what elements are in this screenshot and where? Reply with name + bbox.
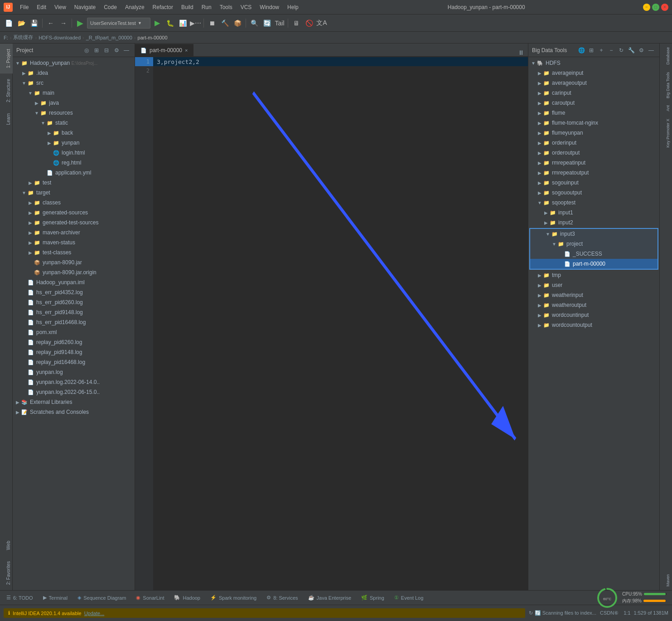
tail-button[interactable]: Tail — [274, 17, 285, 29]
panel-hide-icon[interactable]: — — [122, 46, 131, 55]
bottom-tab-services[interactable]: ⚙ 8: Services — [262, 593, 302, 602]
tree-item-log3[interactable]: 📄 hs_err_pid9148.log — [13, 307, 135, 317]
expand-arrow-icon[interactable]: ▼ — [27, 91, 34, 96]
run-button[interactable]: ▶ — [151, 17, 163, 29]
tree-item-jar2[interactable]: 📦 yunpan-8090.jar.origin — [13, 267, 135, 277]
tree-item-src[interactable]: ▼ 📁 src — [13, 78, 135, 88]
tree-item-classes[interactable]: ▶ 📁 classes — [13, 198, 135, 208]
bottom-tab-event-log[interactable]: ① Event Log — [390, 593, 428, 602]
hdfs-item-sogououtput[interactable]: ▶ 📁 sogououtput — [528, 188, 659, 198]
tree-item-replay1[interactable]: 📄 replay_pid6260.log — [13, 337, 135, 347]
run-with-coverage-button[interactable]: 📊 — [177, 17, 189, 29]
hdfs-expand-icon[interactable]: ▶ — [543, 210, 549, 215]
hdfs-expand-icon[interactable]: ▶ — [537, 323, 543, 328]
expand-arrow-icon[interactable]: ▶ — [46, 131, 53, 136]
hdfs-item-weatheroutput[interactable]: ▶ 📁 weatheroutput — [528, 300, 659, 310]
tree-item-static[interactable]: ▼ 📁 static — [13, 118, 135, 128]
tree-item-yunpanlog2[interactable]: 📄 yunpan.log.2022-06-15.0.. — [13, 387, 135, 397]
tree-item-yunpanlog[interactable]: 📄 yunpan.log — [13, 367, 135, 377]
bottom-tab-sequence[interactable]: ◈ Sequence Diagram — [73, 593, 131, 602]
expand-arrow-icon[interactable]: ▶ — [46, 141, 53, 146]
hdfs-expand-icon[interactable]: ▶ — [537, 131, 543, 136]
breadcrumb-drive[interactable]: F: — [4, 35, 8, 40]
bottom-tab-spark[interactable]: ⚡ Spark monitoring — [206, 593, 261, 602]
hdfs-expand-icon[interactable]: ▶ — [537, 81, 543, 86]
menu-tools[interactable]: Tools — [216, 2, 236, 12]
tree-item-maven-archiver[interactable]: ▶ 📁 maven-archiver — [13, 228, 135, 238]
expand-arrow-icon[interactable]: ▶ — [27, 240, 34, 245]
right-tab-key-promoter[interactable]: Key Promoter X — [660, 115, 672, 151]
menu-edit[interactable]: Edit — [33, 2, 50, 12]
hdfs-expand-icon[interactable]: ▶ — [537, 293, 543, 298]
hdfs-item-flumeyunpan[interactable]: ▶ 📁 flumeyunpan — [528, 128, 659, 138]
hdfs-item-weatherinput[interactable]: ▶ 📁 weatherinput — [528, 290, 659, 300]
open-button[interactable]: 📂 — [15, 17, 27, 29]
blocked-button[interactable]: 🚫 — [303, 17, 315, 29]
hdfs-expand-icon[interactable]: ▶ — [537, 273, 543, 278]
expand-arrow-icon[interactable]: ▶ — [15, 400, 21, 405]
tree-item-external-libs[interactable]: ▶ 📚 External Libraries — [13, 397, 135, 407]
tab-close-icon[interactable]: × — [185, 48, 188, 53]
hdfs-expand-icon[interactable]: ▶ — [537, 141, 543, 146]
panel-locate-icon[interactable]: ◎ — [82, 46, 91, 55]
hdfs-item-part-m-00000[interactable]: 📄 part-m-00000 — [530, 259, 657, 269]
bottom-tab-terminal[interactable]: ▶ Terminal — [39, 593, 73, 602]
menu-analyze[interactable]: Analyze — [121, 2, 148, 12]
hdfs-item-flume-tomcat-nginx[interactable]: ▶ 📁 flume-tomcat-nginx — [528, 118, 659, 128]
expand-arrow-icon[interactable]: ▼ — [40, 121, 46, 126]
panel-remove-icon[interactable]: − — [607, 46, 616, 55]
sidebar-tab-learn[interactable]: Learn — [0, 108, 13, 131]
sidebar-tab-project[interactable]: 1: Project — [0, 44, 13, 73]
expand-arrow-icon[interactable]: ▶ — [21, 71, 27, 76]
panel-wrench-icon[interactable]: 🔧 — [627, 46, 636, 55]
hdfs-expand-icon[interactable]: ▶ — [537, 170, 543, 175]
tree-item-reg-html[interactable]: 🌐 reg.html — [13, 158, 135, 168]
menu-view[interactable]: View — [51, 2, 70, 12]
breadcrumb-r-tRpart[interactable]: _R_tRpart_m_00000 — [86, 35, 132, 40]
run-config-combo[interactable]: UserServiceTest.test ▼ — [87, 18, 150, 29]
menu-run[interactable]: Run — [198, 2, 215, 12]
bottom-tab-spring[interactable]: 🌿 Spring — [357, 593, 389, 602]
hdfs-item-wordcountoutput[interactable]: ▶ 📁 wordcountoutput — [528, 320, 659, 330]
menu-window[interactable]: Window — [256, 2, 283, 12]
hdfs-item-averageinput[interactable]: ▶ 📁 averageinput — [528, 68, 659, 78]
panel-hide2-icon[interactable]: — — [647, 46, 656, 55]
tree-root[interactable]: ▼ 📁 Hadoop_yunpan E:\IdeaProj... — [13, 58, 135, 68]
editor-pause-icon[interactable]: ⏸ — [518, 49, 524, 56]
right-tab-ant[interactable]: Ant — [660, 102, 672, 115]
hdfs-expand-icon[interactable]: ▼ — [537, 200, 543, 205]
hdfs-root-item[interactable]: ▼ 🐘 HDFS — [528, 58, 659, 68]
tree-item-test-classes[interactable]: ▶ 📁 test-classes — [13, 247, 135, 257]
hdfs-expand-icon[interactable]: ▶ — [537, 71, 543, 76]
tree-item-gen-sources[interactable]: ▶ 📁 generated-sources — [13, 208, 135, 218]
hdfs-expand-icon[interactable]: ▶ — [537, 121, 543, 126]
hdfs-expand-icon[interactable]: ▶ — [537, 150, 543, 155]
bottom-tab-hadoop[interactable]: 🐘 Hadoop — [169, 593, 205, 602]
hdfs-item-sqooptest[interactable]: ▼ 📁 sqooptest — [528, 198, 659, 208]
hdfs-item-orderoutput[interactable]: ▶ 📁 orderoutput — [528, 148, 659, 158]
menu-code[interactable]: Code — [100, 2, 121, 12]
panel-globe-icon[interactable]: 🌐 — [577, 46, 586, 55]
hdfs-expand-icon[interactable]: ▶ — [537, 111, 543, 116]
tree-item-gen-test-sources[interactable]: ▶ 📁 generated-test-sources — [13, 218, 135, 228]
sidebar-tab-web[interactable]: Web — [0, 535, 13, 555]
tree-item-yunpan[interactable]: ▶ 📁 yunpan — [13, 138, 135, 148]
tree-item-iml[interactable]: 📄 Hadoop_yunpan.iml — [13, 277, 135, 287]
hdfs-expand-icon[interactable]: ▶ — [537, 283, 543, 288]
save-all-button[interactable]: 💾 — [28, 17, 40, 29]
tree-item-test[interactable]: ▶ 📁 test — [13, 178, 135, 188]
debug-button[interactable]: 🐛 — [164, 17, 176, 29]
bottom-tab-sonarlint[interactable]: ◉ SonarLint — [131, 593, 169, 602]
new-file-button[interactable]: 📄 — [3, 17, 15, 29]
more-run-button[interactable]: ▶⋯ — [189, 17, 201, 29]
tree-item-resources[interactable]: ▼ 📁 resources — [13, 108, 135, 118]
hdfs-expand-icon[interactable]: ▼ — [551, 242, 557, 247]
tree-item-pom[interactable]: 📄 pom.xml — [13, 327, 135, 337]
hdfs-item-flume[interactable]: ▶ 📁 flume — [528, 108, 659, 118]
expand-arrow-icon[interactable]: ▶ — [27, 250, 34, 255]
expand-arrow-icon[interactable]: ▼ — [21, 81, 27, 86]
bottom-tab-todo[interactable]: ☰ 6: TODO — [2, 593, 38, 602]
run-config-button[interactable]: ▶ — [74, 17, 86, 29]
hdfs-item-success[interactable]: 📄 _SUCCESS — [530, 249, 657, 259]
hdfs-expand-icon[interactable]: ▼ — [545, 232, 551, 237]
